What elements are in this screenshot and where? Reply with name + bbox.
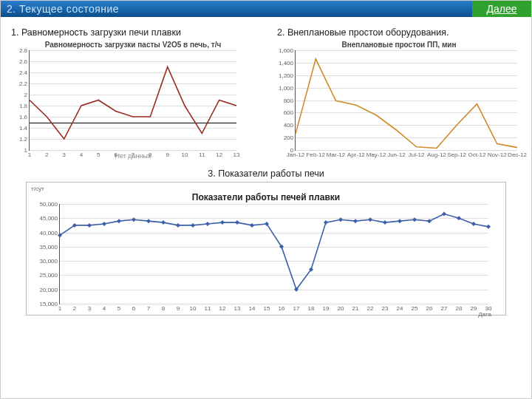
y-tick: 400	[284, 122, 296, 129]
breadcrumb: 2. Текущее состояние	[1, 1, 472, 17]
x-tick: 22	[367, 304, 374, 312]
x-tick: 15	[264, 304, 270, 312]
x-tick: 16	[279, 304, 285, 312]
y-tick: 45,000	[40, 215, 60, 222]
x-tick: Nov-12	[488, 150, 507, 158]
chart1-plot: 11.21.41.61.822.22.42.62.812345678910111…	[29, 50, 236, 151]
x-tick: 28	[456, 304, 463, 312]
x-tick: 21	[352, 304, 359, 312]
x-tick: 23	[382, 304, 389, 312]
chart1-title: Равномерность загрузки пасты V2O5 в печь…	[11, 41, 255, 49]
x-tick: 30	[485, 304, 492, 312]
content: 1. Равномерность загрузки печи плавки Ра…	[1, 17, 531, 323]
x-tick: 6	[114, 150, 117, 158]
y-tick: 15,000	[40, 301, 60, 307]
x-tick: 3	[88, 304, 91, 312]
y-tick: 1.8	[19, 103, 30, 109]
y-tick: 40,000	[40, 229, 60, 236]
chart2-title: Внеплановые простои ПП, мин	[277, 41, 521, 49]
y-tick: 1,600	[279, 47, 296, 54]
x-tick: 27	[441, 304, 448, 312]
y-tick: 50,000	[40, 201, 60, 208]
x-tick: 8	[149, 150, 151, 158]
y-tick: 35,000	[40, 243, 60, 250]
x-tick: 5	[117, 304, 120, 312]
section3-heading: 3. Показатели работы печи	[11, 168, 521, 179]
x-tick: 4	[80, 150, 83, 158]
x-tick: Dec-12	[508, 150, 527, 158]
x-tick: 13	[233, 150, 240, 158]
y-tick: 600	[284, 109, 296, 116]
x-tick: Oct-12	[468, 150, 485, 158]
y-tick: 1,400	[279, 59, 296, 66]
x-tick: 20	[338, 304, 344, 312]
x-tick: 1	[28, 150, 31, 158]
x-tick: Jan-12	[287, 150, 304, 158]
x-tick: Jun-12	[387, 150, 405, 158]
y-tick: 1.6	[19, 114, 30, 120]
x-tick: 19	[323, 304, 330, 312]
y-tick: 800	[284, 97, 296, 103]
y-tick: 2.4	[19, 69, 30, 76]
slide: 2. Текущее состояние Далее 1. Равномерно…	[0, 0, 532, 399]
chart3-title: Показатели работы печей плавки	[31, 192, 501, 202]
y-tick: 1.4	[19, 125, 30, 132]
y-tick: 2.2	[19, 81, 30, 87]
x-tick: 9	[177, 304, 180, 312]
x-tick: 24	[397, 304, 403, 312]
x-tick: Aug-12	[427, 150, 446, 158]
performance-chart: т/сут Показатели работы печей плавки Дат…	[26, 182, 506, 316]
x-tick: 25	[412, 304, 418, 312]
section2-heading: 2. Внеплановые простои оборудования.	[277, 27, 521, 38]
x-tick: 12	[216, 150, 222, 158]
x-tick: Apr-12	[347, 150, 365, 158]
x-tick: 12	[219, 304, 226, 312]
x-tick: 13	[234, 304, 241, 312]
y-tick: 2.8	[19, 47, 30, 54]
x-tick: 29	[471, 304, 477, 312]
y-tick: 2.6	[19, 58, 30, 65]
x-tick: 14	[249, 304, 256, 312]
x-tick: 17	[293, 304, 300, 312]
y-tick: 20,000	[40, 286, 60, 293]
x-tick: 26	[426, 304, 433, 312]
x-tick: May-12	[366, 150, 386, 158]
y-tick: 1.2	[19, 136, 30, 143]
x-tick: 6	[132, 304, 135, 312]
x-tick: 1	[58, 304, 61, 312]
x-tick: Feb-12	[307, 150, 325, 158]
x-tick: 7	[147, 304, 150, 312]
y-tick: 25,000	[40, 272, 60, 279]
downtime-chart: Внеплановые простои ПП, мин 020040060080…	[277, 41, 521, 151]
x-tick: 8	[162, 304, 165, 312]
x-tick: 3	[62, 150, 65, 158]
topbar: 2. Текущее состояние Далее	[1, 1, 531, 17]
x-tick: 10	[190, 304, 197, 312]
y-tick: 2	[24, 92, 30, 98]
y-tick: 200	[284, 134, 296, 141]
x-tick: 11	[199, 150, 205, 158]
y-tick: 1,200	[279, 72, 296, 78]
uniformity-chart: Равномерность загрузки пасты V2O5 в печь…	[11, 41, 255, 160]
next-button[interactable]: Далее	[472, 1, 531, 17]
x-tick: 2	[45, 150, 48, 158]
chart3-plot: Дата 15,00020,00025,00030,00035,00040,00…	[59, 204, 488, 304]
x-tick: 2	[73, 304, 76, 312]
chart2-plot: 02004006008001,0001,2001,4001,600Jan-12F…	[295, 50, 517, 151]
y-tick: 1,000	[279, 84, 296, 91]
x-tick: Mar-12	[327, 150, 345, 158]
x-tick: 10	[182, 150, 188, 158]
x-tick: 4	[103, 304, 106, 312]
x-tick: Jul-12	[409, 150, 425, 158]
x-tick: 18	[308, 304, 315, 312]
x-tick: 7	[132, 150, 134, 158]
x-tick: 9	[166, 150, 168, 158]
x-tick: 5	[97, 150, 100, 158]
x-tick: Sep-12	[447, 150, 466, 158]
x-tick: 11	[205, 304, 211, 312]
section1-heading: 1. Равномерность загрузки печи плавки	[11, 27, 255, 38]
chart3-ylabel: т/сут	[31, 185, 501, 192]
y-tick: 30,000	[40, 258, 60, 265]
